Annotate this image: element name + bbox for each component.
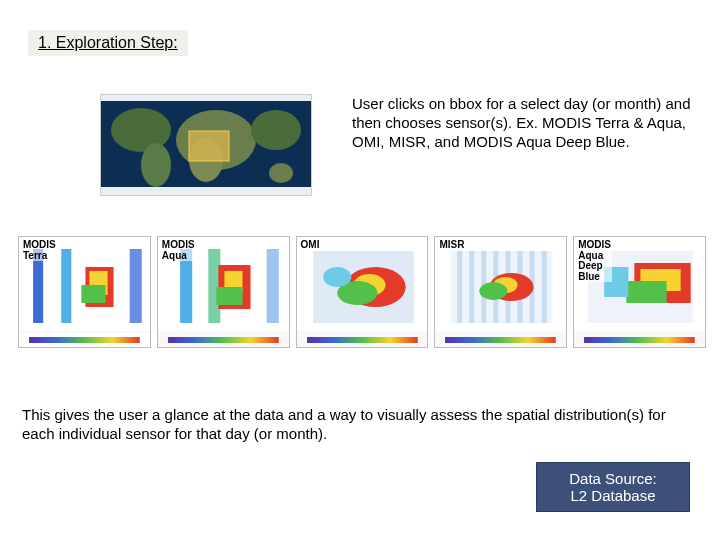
svg-point-5 bbox=[251, 110, 301, 150]
svg-rect-19 bbox=[130, 249, 142, 323]
svg-rect-13 bbox=[61, 249, 71, 323]
svg-rect-49 bbox=[542, 251, 547, 323]
svg-rect-58 bbox=[627, 281, 667, 303]
sensor-row: MODIS Terra MODIS Aqua OMI bbox=[18, 236, 706, 348]
svg-rect-43 bbox=[470, 251, 475, 323]
svg-point-52 bbox=[480, 282, 508, 300]
svg-rect-25 bbox=[196, 249, 206, 323]
badge-line2: L2 Database bbox=[570, 487, 655, 504]
svg-rect-60 bbox=[584, 337, 695, 343]
svg-rect-31 bbox=[266, 249, 278, 323]
svg-rect-29 bbox=[216, 287, 242, 305]
svg-rect-42 bbox=[458, 251, 463, 323]
svg-rect-8 bbox=[101, 95, 311, 101]
svg-rect-21 bbox=[29, 337, 140, 343]
sensor-thumb-modis-aqua: MODIS Aqua bbox=[157, 236, 290, 348]
sensor-label: MODIS Aqua Deep Blue bbox=[577, 240, 612, 282]
svg-rect-17 bbox=[81, 285, 105, 303]
sensor-label: MODIS Terra bbox=[22, 240, 57, 261]
badge-line1: Data Source: bbox=[569, 470, 657, 487]
sensor-thumb-modis-aqua-deep-blue: MODIS Aqua Deep Blue bbox=[573, 236, 706, 348]
svg-point-38 bbox=[323, 267, 351, 287]
svg-rect-39 bbox=[307, 337, 418, 343]
data-source-badge: Data Source: L2 Database bbox=[536, 462, 690, 512]
svg-rect-18 bbox=[118, 249, 128, 323]
sensor-thumb-misr: MISR bbox=[434, 236, 567, 348]
sensor-label: OMI bbox=[300, 240, 321, 251]
sensor-label: MISR bbox=[438, 240, 465, 251]
svg-rect-7 bbox=[101, 187, 311, 195]
svg-rect-30 bbox=[254, 249, 264, 323]
svg-rect-9 bbox=[189, 131, 229, 161]
step-title: 1. Exploration Step: bbox=[28, 30, 188, 56]
svg-rect-53 bbox=[445, 337, 556, 343]
svg-rect-32 bbox=[168, 337, 279, 343]
world-map-thumbnail bbox=[100, 94, 312, 196]
sensor-label: MODIS Aqua bbox=[161, 240, 196, 261]
outro-text: This gives the user a glance at the data… bbox=[22, 406, 698, 444]
svg-point-2 bbox=[141, 143, 171, 187]
svg-point-6 bbox=[269, 163, 293, 183]
intro-text: User clicks on bbox for a select day (or… bbox=[352, 95, 692, 151]
sensor-thumb-omi: OMI bbox=[296, 236, 429, 348]
sensor-thumb-modis-terra: MODIS Terra bbox=[18, 236, 151, 348]
